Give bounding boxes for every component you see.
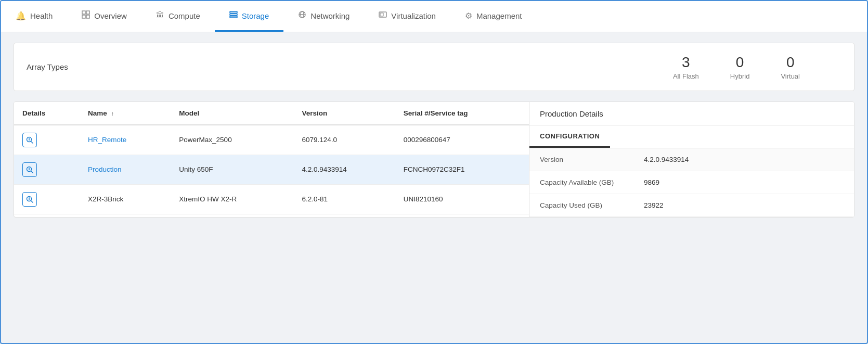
tab-overview-label: Overview bbox=[94, 11, 127, 20]
arrays-table: Details Name ↑ Model Version Serial #/Se… bbox=[14, 102, 529, 214]
svg-point-23 bbox=[29, 197, 29, 197]
svg-point-19 bbox=[29, 167, 29, 168]
tab-health-label: Health bbox=[30, 11, 53, 20]
svg-rect-1 bbox=[86, 11, 89, 14]
row3-name-text: X2R-3Brick bbox=[88, 195, 123, 203]
top-nav: 🔔 Health Overview 🏛 Compute bbox=[1, 1, 867, 32]
row3-model: XtremIO HW X2-R bbox=[171, 184, 293, 214]
table-row: HR_Remote PowerMax_2500 6079.124.0 00029… bbox=[14, 125, 529, 155]
details-icon-2[interactable] bbox=[22, 162, 37, 177]
svg-rect-2 bbox=[82, 15, 85, 18]
tab-networking-label: Networking bbox=[310, 11, 349, 20]
config-row-capacity-used: Capacity Used (GB) 23922 bbox=[529, 194, 854, 216]
svg-rect-6 bbox=[230, 16, 237, 18]
config-row-version: Version 4.2.0.9433914 bbox=[529, 148, 854, 171]
table-row: Production Unity 650F 4.2.0.9433914 FCNC… bbox=[14, 155, 529, 184]
configuration-tab[interactable]: CONFIGURATION bbox=[529, 126, 610, 148]
row1-version: 6079.124.0 bbox=[293, 125, 395, 155]
row3-name: X2R-3Brick bbox=[80, 184, 171, 214]
svg-rect-3 bbox=[86, 15, 89, 18]
tab-networking[interactable]: Networking bbox=[283, 1, 364, 32]
row1-name-link[interactable]: HR_Remote bbox=[88, 136, 126, 144]
tab-management-label: Management bbox=[476, 11, 522, 20]
svg-rect-5 bbox=[230, 14, 237, 16]
management-icon: ⚙ bbox=[465, 11, 472, 21]
main-content: Array Types 3 All Flash 0 Hybrid 0 Virtu… bbox=[1, 32, 867, 228]
tab-virtualization[interactable]: Virtualization bbox=[364, 1, 450, 32]
health-icon: 🔔 bbox=[16, 11, 26, 21]
stat-hybrid: 0 Hybrid bbox=[730, 54, 750, 80]
svg-rect-4 bbox=[230, 11, 237, 13]
details-icon-3[interactable] bbox=[22, 192, 37, 207]
tab-compute[interactable]: 🏛 Compute bbox=[141, 1, 215, 32]
config-details-table: Version 4.2.0.9433914 Capacity Available… bbox=[529, 148, 854, 217]
svg-line-17 bbox=[31, 171, 33, 173]
svg-rect-11 bbox=[380, 13, 383, 16]
all-flash-count: 3 bbox=[682, 54, 690, 71]
row3-version: 6.2.0-81 bbox=[293, 184, 395, 214]
config-label-capacity-available: Capacity Available (GB) bbox=[529, 171, 633, 194]
config-value-capacity-available: 9869 bbox=[633, 171, 854, 194]
config-value-capacity-used: 23922 bbox=[633, 194, 854, 216]
array-types-title: Array Types bbox=[27, 62, 68, 71]
tab-health[interactable]: 🔔 Health bbox=[1, 1, 67, 32]
virtual-count: 0 bbox=[786, 54, 795, 71]
svg-point-15 bbox=[29, 137, 29, 138]
tab-overview[interactable]: Overview bbox=[67, 1, 141, 32]
array-stats: 3 All Flash 0 Hybrid 0 Virtual bbox=[673, 54, 800, 80]
hybrid-label: Hybrid bbox=[730, 72, 750, 80]
col-name-label: Name bbox=[88, 109, 107, 117]
row3-serial: UNI8210160 bbox=[395, 184, 529, 214]
compute-icon: 🏛 bbox=[156, 11, 164, 20]
col-details: Details bbox=[14, 102, 80, 125]
table-header-row: Details Name ↑ Model Version Serial #/Se… bbox=[14, 102, 529, 125]
config-tab-bar: CONFIGURATION bbox=[529, 126, 854, 148]
row1-details bbox=[14, 125, 80, 155]
svg-line-13 bbox=[31, 141, 33, 143]
production-details-panel: Production Details CONFIGURATION Version… bbox=[529, 102, 854, 217]
config-value-version: 4.2.0.9433914 bbox=[633, 148, 854, 171]
app-container: 🔔 Health Overview 🏛 Compute bbox=[0, 0, 868, 344]
row2-model: Unity 650F bbox=[171, 155, 293, 184]
row2-version: 4.2.0.9433914 bbox=[293, 155, 395, 184]
production-details-title: Production Details bbox=[529, 102, 854, 126]
tab-management[interactable]: ⚙ Management bbox=[450, 1, 537, 32]
tab-storage-label: Storage bbox=[242, 11, 269, 20]
virtual-label: Virtual bbox=[781, 72, 800, 80]
tab-compute-label: Compute bbox=[169, 11, 200, 20]
row1-name: HR_Remote bbox=[80, 125, 171, 155]
col-serial: Serial #/Service tag bbox=[395, 102, 529, 125]
all-flash-label: All Flash bbox=[673, 72, 699, 80]
hybrid-count: 0 bbox=[736, 54, 744, 71]
networking-icon bbox=[298, 10, 306, 21]
row2-details bbox=[14, 155, 80, 184]
config-label-capacity-used: Capacity Used (GB) bbox=[529, 194, 633, 216]
row3-details bbox=[14, 184, 80, 214]
row2-name: Production bbox=[80, 155, 171, 184]
col-model: Model bbox=[171, 102, 293, 125]
config-row-capacity-available: Capacity Available (GB) 9869 bbox=[529, 171, 854, 194]
tab-virtualization-label: Virtualization bbox=[391, 11, 436, 20]
virtualization-icon bbox=[379, 10, 387, 21]
table-section: Details Name ↑ Model Version Serial #/Se… bbox=[14, 101, 854, 218]
row2-serial: FCNCH0972C32F1 bbox=[395, 155, 529, 184]
col-name: Name ↑ bbox=[80, 102, 171, 125]
row2-name-link[interactable]: Production bbox=[88, 165, 122, 173]
row1-serial: 000296800647 bbox=[395, 125, 529, 155]
storage-icon bbox=[229, 10, 238, 21]
svg-line-21 bbox=[31, 200, 33, 202]
tab-storage[interactable]: Storage bbox=[215, 1, 284, 32]
config-label-version: Version bbox=[529, 148, 633, 171]
overview-icon bbox=[82, 10, 90, 21]
table-row: X2R-3Brick XtremIO HW X2-R 6.2.0-81 UNI8… bbox=[14, 184, 529, 214]
stat-all-flash: 3 All Flash bbox=[673, 54, 699, 80]
svg-rect-0 bbox=[82, 11, 85, 14]
details-icon-1[interactable] bbox=[22, 133, 37, 147]
sort-arrow-icon: ↑ bbox=[111, 110, 114, 117]
array-types-card: Array Types 3 All Flash 0 Hybrid 0 Virtu… bbox=[14, 43, 854, 91]
col-version: Version bbox=[293, 102, 395, 125]
stat-virtual: 0 Virtual bbox=[781, 54, 800, 80]
row1-model: PowerMax_2500 bbox=[171, 125, 293, 155]
table-wrapper: Details Name ↑ Model Version Serial #/Se… bbox=[14, 102, 529, 217]
